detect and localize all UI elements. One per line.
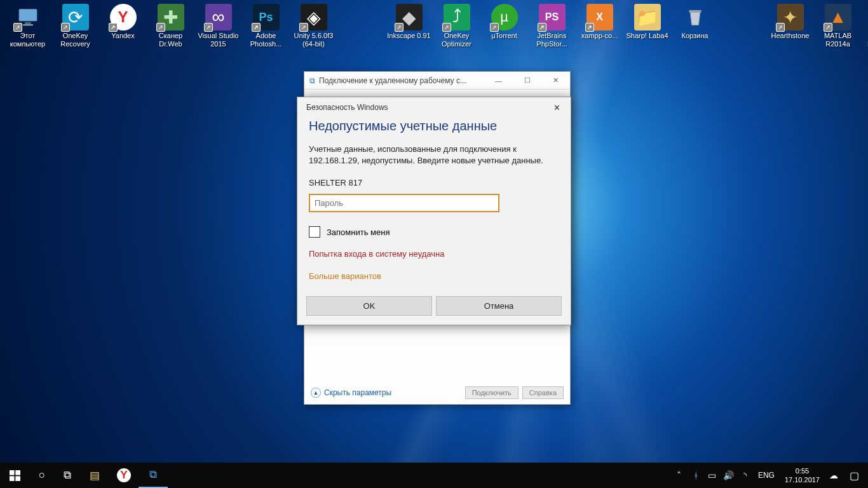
taskbar-app-rdp[interactable]: ⧉ [139,463,168,488]
rdp-title: Подключение к удаленному рабочему с... [319,76,466,85]
svg-rect-7 [15,476,20,481]
desktop-icon-inkscape[interactable]: ◆↗ Inkscape 0.91 [385,3,433,60]
search-button[interactable]: ○ [29,463,55,488]
desktop-icon-matlab[interactable]: ▲↗ MATLAB R2014a [814,3,862,60]
maximize-button[interactable]: ☐ [513,72,541,90]
windows-logo-icon [10,470,20,481]
tray-onedrive-icon[interactable]: ☁ [826,470,841,480]
windows-security-dialog: Безопасность Windows ✕ Недопустимые учет… [297,97,571,325]
desktop-icon-label: Hearthstone [771,32,810,40]
close-button[interactable]: ✕ [541,72,570,90]
desktop-icon-label: Этот компьютер [4,32,51,48]
desktop-icon-utorrent[interactable]: µ↗ µTorrent [480,3,528,60]
svg-rect-5 [15,470,20,475]
desktop-icon-sharp-laba5[interactable]: W Sharp! Laba5.docx [862,3,868,60]
close-button[interactable]: ✕ [543,97,571,118]
desktop-icon-vs2015[interactable]: ∞↗ Visual Studio 2015 [194,3,242,60]
desktop-icon-label: Sharp! Laba4 [626,32,668,40]
recycle-bin-icon [682,4,709,30]
desktop-icon-label: Корзина [682,32,709,40]
desktop-icon-yandex[interactable]: Y↗ Yandex [99,3,147,60]
connect-button[interactable]: Подключить [465,386,519,399]
desktop-icon-recycle-bin[interactable]: Корзина [671,3,719,60]
chevron-up-icon: ▲ [311,388,321,398]
taskbar-app-explorer[interactable]: ▤ [80,463,109,488]
matlab-icon: ▲↗ [825,4,851,30]
action-center-button[interactable]: ▢ [843,470,865,482]
search-icon: ○ [39,469,45,482]
desktop-icon-hearthstone[interactable]: ✦↗ Hearthstone [766,3,814,60]
tray-language[interactable]: ENG [754,471,778,480]
cancel-button[interactable]: Отмена [436,296,562,316]
desktop-icon-label: Yandex [111,32,135,40]
yandex-icon: Y↗ [110,4,137,30]
desktop-icon-onekey-optimizer[interactable]: ⤴↗ OneKey Optimizer [433,3,480,60]
security-user: SHELTER 817 [309,178,559,187]
task-view-button[interactable]: ⧉ [55,463,80,488]
desktop-icon-unity[interactable]: ◈↗ Unity 5.6.0f3 (64-bit) [290,3,337,60]
svg-rect-1 [25,22,31,24]
ok-button[interactable]: OK [306,296,432,316]
desktop-icon-photoshop[interactable]: Ps↗ Adobe Photosh... [242,3,290,60]
svg-rect-3 [689,10,701,13]
desktop-icon-label: Sharp! Laba5.docx [862,32,869,48]
desktop-icon-onekey-recovery[interactable]: ⟳↗ OneKey Recovery [51,3,99,60]
desktop-icon-label: Visual Studio 2015 [195,32,242,48]
remember-me-label: Запомнить меня [327,227,390,237]
desktop-icon-label: Сканер Dr.Web [147,32,194,48]
rdp-icon: ⧉ [309,76,315,85]
desktop-icon-sharp-laba4[interactable]: 📁 Sharp! Laba4 [623,3,671,60]
rdp-titlebar[interactable]: ⧉ Подключение к удаленному рабочему с...… [304,72,570,90]
utorrent-icon: µ↗ [491,4,518,30]
desktop-icon-label: Inkscape 0.91 [387,32,431,40]
minimize-button[interactable]: — [484,72,513,90]
hearthstone-icon: ✦↗ [777,4,804,30]
desktop-icon-label: MATLAB R2014a [815,32,862,48]
tray-bluetooth-icon[interactable]: ᚼ [688,470,703,480]
shield-icon: ✚↗ [158,4,184,30]
tray-clock[interactable]: 0:55 17.10.2017 [780,466,825,484]
desktop-icon-label: xampp-co... [581,32,618,40]
security-message: Учетные данные, использованные для подкл… [309,144,559,166]
unity-icon: ◈↗ [301,4,327,30]
more-options-link[interactable]: Больше вариантов [309,271,559,281]
desktop-icon-phpstorm[interactable]: PS↗ JetBrains PhpStor... [528,3,576,60]
xampp-icon: X↗ [587,4,613,30]
tray-wifi-icon[interactable]: ◝ [738,470,753,480]
security-titlebar[interactable]: Безопасность Windows ✕ [297,97,571,118]
desktop-icon-label: µTorrent [491,32,517,40]
tray-battery-icon[interactable]: ▭ [705,470,720,480]
recovery-icon: ⟳↗ [62,4,89,30]
hide-params-label: Скрыть параметры [324,388,391,397]
login-error-text: Попытка входа в систему неудачна [309,249,559,259]
start-button[interactable] [0,463,29,488]
system-tray: ˄ ᚼ ▭ 🔊 ◝ ENG 0:55 17.10.2017 ☁ ▢ [672,466,868,484]
phpstorm-icon: PS↗ [539,4,566,30]
desktop-icon-this-pc[interactable]: ↗ Этот компьютер [4,3,51,60]
hide-params-toggle[interactable]: ▲ Скрыть параметры [311,388,391,398]
password-input[interactable] [309,194,499,212]
svg-rect-6 [10,476,15,481]
rdp-bottom-bar: ▲ Скрыть параметры Подключить Справка [311,386,564,399]
tray-chevron-up-icon[interactable]: ˄ [672,470,687,480]
folder-icon: 📁 [634,4,661,30]
taskbar-app-yandex[interactable]: Y [109,463,139,488]
desktop-icon-label: Adobe Photosh... [243,32,290,48]
svg-rect-4 [10,470,15,475]
task-view-icon: ⧉ [64,469,71,482]
taskbar: ○ ⧉ ▤ Y ⧉ ˄ ᚼ ▭ 🔊 ◝ ENG 0:55 17.10.2017 … [0,463,868,488]
optimizer-icon: ⤴↗ [444,4,470,30]
desktop-icon-drweb[interactable]: ✚↗ Сканер Dr.Web [147,3,194,60]
checkbox-icon[interactable] [309,226,320,238]
desktop-icon-xampp[interactable]: X↗ xampp-co... [576,3,623,60]
inkscape-icon: ◆↗ [396,4,423,30]
photoshop-icon: Ps↗ [253,4,280,30]
pc-icon: ↗ [15,4,41,30]
remember-me-row[interactable]: Запомнить меня [309,226,559,238]
tray-volume-icon[interactable]: 🔊 [721,470,736,480]
desktop-icon-label: JetBrains PhpStor... [529,32,576,48]
desktop-icon-label: Unity 5.6.0f3 (64-bit) [290,32,337,48]
visualstudio-icon: ∞↗ [205,4,232,30]
help-button[interactable]: Справка [522,386,564,399]
desktop-icon-label: OneKey Recovery [52,32,99,48]
